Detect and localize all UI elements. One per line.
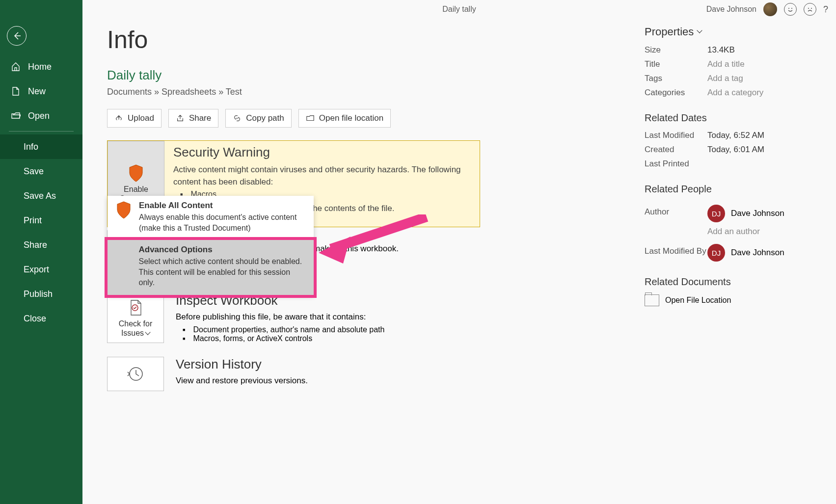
inspect-bullet: Document properties, author's name and a… — [183, 325, 384, 334]
document-name: Daily tally — [107, 68, 480, 83]
inspect-heading: Inspect Workbook — [176, 293, 384, 308]
share-button[interactable]: Share — [168, 109, 218, 128]
folder-icon — [645, 294, 659, 306]
properties-heading[interactable]: Properties — [645, 26, 811, 38]
help-icon[interactable]: ? — [823, 4, 828, 15]
version-history-button[interactable] — [107, 357, 164, 391]
modified-by-person[interactable]: DJ Dave Johnson — [707, 244, 784, 262]
security-text: Active content might contain viruses and… — [173, 164, 471, 188]
add-author[interactable]: Add an author — [707, 227, 760, 237]
document-icon — [11, 86, 21, 96]
option-sub: This content will be enabled for this se… — [138, 267, 306, 288]
related-dates-heading: Related Dates — [645, 112, 811, 124]
sidebar-label: Save As — [24, 191, 56, 201]
back-button[interactable] — [7, 26, 27, 46]
inspect-text: Before publishing this file, be aware th… — [176, 311, 384, 323]
sidebar-item-info[interactable]: Info — [0, 134, 82, 159]
open-file-location-link[interactable]: Open File Location — [645, 294, 811, 306]
share-icon — [176, 114, 185, 123]
enable-content-dropdown: Enable All Content Always enable this do… — [108, 196, 314, 295]
sidebar-item-print[interactable]: Print — [0, 208, 82, 233]
svg-point-4 — [811, 8, 812, 9]
sidebar-label: Share — [24, 240, 47, 250]
person-name: Dave Johnson — [731, 248, 784, 258]
prop-label: Size — [645, 45, 707, 55]
user-name: Dave Johnson — [706, 5, 756, 14]
sidebar-label: Save — [24, 166, 44, 177]
copy-path-button[interactable]: Copy path — [225, 109, 292, 128]
back-arrow-icon — [12, 31, 22, 41]
history-icon — [126, 365, 145, 383]
sidebar-item-home[interactable]: Home — [0, 54, 82, 79]
sidebar-label: Info — [24, 142, 38, 152]
feedback-smile-icon[interactable] — [784, 3, 797, 16]
option-sub: Select which active content should be en… — [138, 256, 306, 267]
svg-point-1 — [788, 8, 789, 9]
home-icon — [11, 62, 21, 72]
prop-value[interactable]: Add a tag — [707, 74, 743, 83]
option-sub: Always enable this document's active con… — [139, 212, 297, 223]
inspect-workbook-block: Check forIssues Inspect Workbook Before … — [107, 293, 480, 343]
sidebar-label: Publish — [24, 289, 53, 299]
security-heading: Security Warning — [173, 145, 471, 160]
sidebar-label: Home — [28, 62, 52, 72]
main-area: Daily tally Dave Johnson ? Info Daily ta… — [82, 0, 836, 504]
shield-icon — [115, 201, 132, 219]
upload-icon — [114, 114, 123, 123]
sidebar-item-save[interactable]: Save — [0, 159, 82, 184]
security-warning-panel: EnableContent Security Warning Active co… — [107, 140, 480, 227]
button-label: Upload — [128, 113, 154, 123]
svg-point-3 — [808, 8, 809, 9]
breadcrumb: Documents » Spreadsheets » Test — [107, 87, 480, 97]
person-initials: DJ — [707, 244, 725, 262]
prop-label: Categories — [645, 88, 707, 98]
sidebar-label: Print — [24, 215, 42, 226]
sidebar-item-new[interactable]: New — [0, 79, 82, 104]
prop-label: Last Modified By — [645, 246, 707, 256]
sidebar-item-share[interactable]: Share — [0, 233, 82, 257]
person-name: Dave Johnson — [731, 209, 784, 218]
upload-button[interactable]: Upload — [107, 109, 162, 128]
page-title: Info — [107, 26, 480, 54]
title-bar: Daily tally Dave Johnson ? — [82, 0, 836, 19]
advanced-options-option[interactable]: Advanced Options Select which active con… — [108, 240, 314, 295]
button-label: Share — [189, 113, 211, 123]
prop-value[interactable]: Add a category — [707, 88, 763, 98]
separator — [9, 131, 74, 132]
button-label-line1: Check for — [119, 319, 152, 328]
document-title: Daily tally — [442, 5, 476, 14]
user-avatar[interactable] — [763, 2, 777, 16]
inspect-icon — [126, 298, 145, 317]
prop-label: Tags — [645, 74, 707, 83]
sidebar-label: Close — [24, 314, 46, 324]
open-file-location-button[interactable]: Open file location — [298, 109, 391, 128]
folder-open-icon — [11, 111, 21, 121]
sidebar-item-open[interactable]: Open — [0, 104, 82, 128]
sidebar-item-publish[interactable]: Publish — [0, 282, 82, 306]
prop-label: Title — [645, 59, 707, 69]
option-sub: (make this a Trusted Document) — [139, 223, 297, 234]
author-person[interactable]: DJ Dave Johnson — [707, 205, 784, 222]
button-label-line1: Enable — [124, 185, 148, 193]
sidebar-label: New — [28, 86, 46, 97]
sidebar-item-close[interactable]: Close — [0, 306, 82, 331]
prop-value: Today, 6:01 AM — [707, 145, 764, 155]
enable-all-content-option[interactable]: Enable All Content Always enable this do… — [108, 196, 314, 240]
prop-value[interactable]: Add a title — [707, 59, 745, 69]
related-people-heading: Related People — [645, 184, 811, 195]
related-documents-heading: Related Documents — [645, 276, 811, 288]
action-row: Upload Share Copy path Open file locatio… — [107, 109, 480, 128]
link-label: Open File Location — [665, 296, 731, 305]
person-initials: DJ — [707, 205, 725, 222]
annotation-arrow — [316, 214, 429, 264]
feedback-frown-icon[interactable] — [804, 3, 816, 16]
version-heading: Version History — [176, 357, 308, 372]
sidebar-item-export[interactable]: Export — [0, 257, 82, 282]
check-for-issues-button[interactable]: Check forIssues — [107, 293, 164, 343]
option-title: Enable All Content — [139, 201, 297, 211]
prop-label: Created — [645, 145, 707, 155]
prop-label: Last Printed — [645, 159, 707, 169]
backstage-sidebar: Home New Open Info Save Save As Print Sh… — [0, 0, 82, 504]
sidebar-item-save-as[interactable]: Save As — [0, 184, 82, 208]
sidebar-label: Open — [28, 111, 50, 121]
